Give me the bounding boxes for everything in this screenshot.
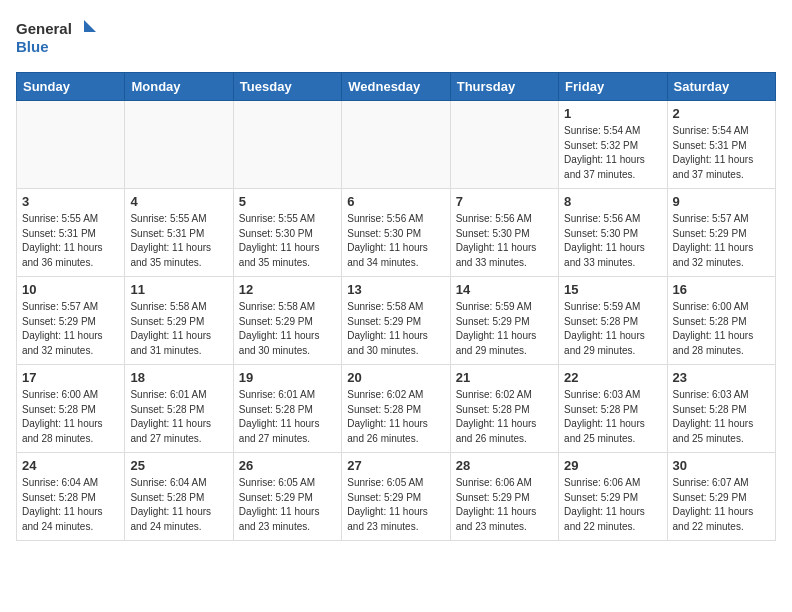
- day-info: Sunrise: 5:55 AM Sunset: 5:30 PM Dayligh…: [239, 212, 336, 270]
- calendar-cell: [342, 101, 450, 189]
- calendar-cell: 22Sunrise: 6:03 AM Sunset: 5:28 PM Dayli…: [559, 365, 667, 453]
- calendar-cell: 30Sunrise: 6:07 AM Sunset: 5:29 PM Dayli…: [667, 453, 775, 541]
- day-info: Sunrise: 5:56 AM Sunset: 5:30 PM Dayligh…: [456, 212, 553, 270]
- day-info: Sunrise: 6:00 AM Sunset: 5:28 PM Dayligh…: [22, 388, 119, 446]
- calendar-cell: 14Sunrise: 5:59 AM Sunset: 5:29 PM Dayli…: [450, 277, 558, 365]
- calendar-cell: 16Sunrise: 6:00 AM Sunset: 5:28 PM Dayli…: [667, 277, 775, 365]
- day-info: Sunrise: 6:05 AM Sunset: 5:29 PM Dayligh…: [347, 476, 444, 534]
- day-number: 24: [22, 458, 119, 473]
- day-number: 1: [564, 106, 661, 121]
- calendar-cell: 12Sunrise: 5:58 AM Sunset: 5:29 PM Dayli…: [233, 277, 341, 365]
- day-number: 17: [22, 370, 119, 385]
- calendar-week-4: 17Sunrise: 6:00 AM Sunset: 5:28 PM Dayli…: [17, 365, 776, 453]
- day-info: Sunrise: 6:07 AM Sunset: 5:29 PM Dayligh…: [673, 476, 770, 534]
- day-number: 19: [239, 370, 336, 385]
- calendar-cell: 3Sunrise: 5:55 AM Sunset: 5:31 PM Daylig…: [17, 189, 125, 277]
- logo: General Blue: [16, 16, 96, 60]
- day-info: Sunrise: 6:02 AM Sunset: 5:28 PM Dayligh…: [456, 388, 553, 446]
- day-info: Sunrise: 5:59 AM Sunset: 5:28 PM Dayligh…: [564, 300, 661, 358]
- calendar-cell: [450, 101, 558, 189]
- calendar-cell: 9Sunrise: 5:57 AM Sunset: 5:29 PM Daylig…: [667, 189, 775, 277]
- logo-icon: General Blue: [16, 16, 96, 60]
- calendar-cell: 13Sunrise: 5:58 AM Sunset: 5:29 PM Dayli…: [342, 277, 450, 365]
- day-number: 14: [456, 282, 553, 297]
- calendar-cell: 27Sunrise: 6:05 AM Sunset: 5:29 PM Dayli…: [342, 453, 450, 541]
- day-info: Sunrise: 5:54 AM Sunset: 5:31 PM Dayligh…: [673, 124, 770, 182]
- calendar-body: 1Sunrise: 5:54 AM Sunset: 5:32 PM Daylig…: [17, 101, 776, 541]
- day-number: 5: [239, 194, 336, 209]
- day-number: 4: [130, 194, 227, 209]
- day-number: 27: [347, 458, 444, 473]
- day-info: Sunrise: 6:02 AM Sunset: 5:28 PM Dayligh…: [347, 388, 444, 446]
- weekday-header-tuesday: Tuesday: [233, 73, 341, 101]
- calendar-cell: [17, 101, 125, 189]
- calendar-cell: 17Sunrise: 6:00 AM Sunset: 5:28 PM Dayli…: [17, 365, 125, 453]
- day-number: 15: [564, 282, 661, 297]
- day-info: Sunrise: 6:04 AM Sunset: 5:28 PM Dayligh…: [130, 476, 227, 534]
- day-info: Sunrise: 6:01 AM Sunset: 5:28 PM Dayligh…: [130, 388, 227, 446]
- weekday-header-friday: Friday: [559, 73, 667, 101]
- day-info: Sunrise: 5:54 AM Sunset: 5:32 PM Dayligh…: [564, 124, 661, 182]
- day-number: 25: [130, 458, 227, 473]
- day-number: 16: [673, 282, 770, 297]
- weekday-header-wednesday: Wednesday: [342, 73, 450, 101]
- calendar-cell: 1Sunrise: 5:54 AM Sunset: 5:32 PM Daylig…: [559, 101, 667, 189]
- calendar-week-2: 3Sunrise: 5:55 AM Sunset: 5:31 PM Daylig…: [17, 189, 776, 277]
- day-number: 2: [673, 106, 770, 121]
- calendar-cell: 10Sunrise: 5:57 AM Sunset: 5:29 PM Dayli…: [17, 277, 125, 365]
- weekday-header-saturday: Saturday: [667, 73, 775, 101]
- day-number: 10: [22, 282, 119, 297]
- calendar-cell: 29Sunrise: 6:06 AM Sunset: 5:29 PM Dayli…: [559, 453, 667, 541]
- calendar-cell: 6Sunrise: 5:56 AM Sunset: 5:30 PM Daylig…: [342, 189, 450, 277]
- day-number: 21: [456, 370, 553, 385]
- calendar-cell: 21Sunrise: 6:02 AM Sunset: 5:28 PM Dayli…: [450, 365, 558, 453]
- weekday-header-thursday: Thursday: [450, 73, 558, 101]
- day-number: 8: [564, 194, 661, 209]
- calendar-header-row: SundayMondayTuesdayWednesdayThursdayFrid…: [17, 73, 776, 101]
- day-info: Sunrise: 6:06 AM Sunset: 5:29 PM Dayligh…: [564, 476, 661, 534]
- day-info: Sunrise: 5:56 AM Sunset: 5:30 PM Dayligh…: [347, 212, 444, 270]
- day-number: 12: [239, 282, 336, 297]
- day-number: 13: [347, 282, 444, 297]
- day-info: Sunrise: 5:58 AM Sunset: 5:29 PM Dayligh…: [130, 300, 227, 358]
- calendar-cell: 5Sunrise: 5:55 AM Sunset: 5:30 PM Daylig…: [233, 189, 341, 277]
- calendar-week-1: 1Sunrise: 5:54 AM Sunset: 5:32 PM Daylig…: [17, 101, 776, 189]
- calendar-cell: [125, 101, 233, 189]
- day-number: 20: [347, 370, 444, 385]
- calendar-cell: 7Sunrise: 5:56 AM Sunset: 5:30 PM Daylig…: [450, 189, 558, 277]
- day-number: 9: [673, 194, 770, 209]
- day-info: Sunrise: 6:03 AM Sunset: 5:28 PM Dayligh…: [564, 388, 661, 446]
- day-info: Sunrise: 6:04 AM Sunset: 5:28 PM Dayligh…: [22, 476, 119, 534]
- day-info: Sunrise: 6:05 AM Sunset: 5:29 PM Dayligh…: [239, 476, 336, 534]
- day-info: Sunrise: 5:58 AM Sunset: 5:29 PM Dayligh…: [239, 300, 336, 358]
- calendar-cell: 23Sunrise: 6:03 AM Sunset: 5:28 PM Dayli…: [667, 365, 775, 453]
- weekday-header-sunday: Sunday: [17, 73, 125, 101]
- day-info: Sunrise: 5:55 AM Sunset: 5:31 PM Dayligh…: [130, 212, 227, 270]
- calendar-cell: 15Sunrise: 5:59 AM Sunset: 5:28 PM Dayli…: [559, 277, 667, 365]
- day-number: 28: [456, 458, 553, 473]
- day-info: Sunrise: 5:59 AM Sunset: 5:29 PM Dayligh…: [456, 300, 553, 358]
- day-info: Sunrise: 6:01 AM Sunset: 5:28 PM Dayligh…: [239, 388, 336, 446]
- calendar-table: SundayMondayTuesdayWednesdayThursdayFrid…: [16, 72, 776, 541]
- svg-text:Blue: Blue: [16, 38, 49, 55]
- day-number: 3: [22, 194, 119, 209]
- day-number: 29: [564, 458, 661, 473]
- day-info: Sunrise: 5:57 AM Sunset: 5:29 PM Dayligh…: [22, 300, 119, 358]
- day-info: Sunrise: 6:00 AM Sunset: 5:28 PM Dayligh…: [673, 300, 770, 358]
- day-number: 6: [347, 194, 444, 209]
- day-number: 11: [130, 282, 227, 297]
- calendar-cell: 8Sunrise: 5:56 AM Sunset: 5:30 PM Daylig…: [559, 189, 667, 277]
- day-info: Sunrise: 5:58 AM Sunset: 5:29 PM Dayligh…: [347, 300, 444, 358]
- calendar-cell: 25Sunrise: 6:04 AM Sunset: 5:28 PM Dayli…: [125, 453, 233, 541]
- calendar-cell: 20Sunrise: 6:02 AM Sunset: 5:28 PM Dayli…: [342, 365, 450, 453]
- day-info: Sunrise: 5:56 AM Sunset: 5:30 PM Dayligh…: [564, 212, 661, 270]
- calendar-week-5: 24Sunrise: 6:04 AM Sunset: 5:28 PM Dayli…: [17, 453, 776, 541]
- day-info: Sunrise: 5:55 AM Sunset: 5:31 PM Dayligh…: [22, 212, 119, 270]
- day-number: 18: [130, 370, 227, 385]
- day-info: Sunrise: 6:06 AM Sunset: 5:29 PM Dayligh…: [456, 476, 553, 534]
- calendar-cell: 4Sunrise: 5:55 AM Sunset: 5:31 PM Daylig…: [125, 189, 233, 277]
- calendar-cell: 11Sunrise: 5:58 AM Sunset: 5:29 PM Dayli…: [125, 277, 233, 365]
- calendar-cell: [233, 101, 341, 189]
- svg-text:General: General: [16, 20, 72, 37]
- day-number: 30: [673, 458, 770, 473]
